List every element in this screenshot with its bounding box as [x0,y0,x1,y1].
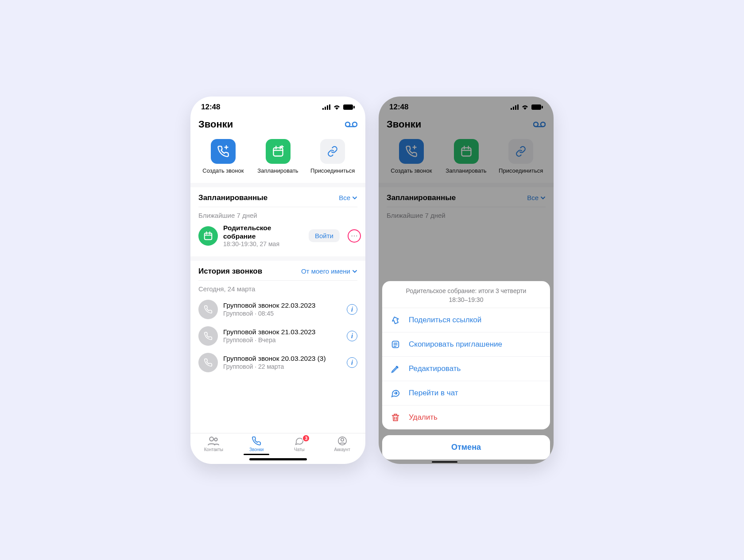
sheet-time: 18:30–19:30 [388,296,545,303]
divider [190,256,365,261]
history-row[interactable]: Групповой звонок 21.03.2023Групповой · В… [190,323,365,349]
plan-label: Запланировать [257,167,298,174]
delete-item[interactable]: Удалить [382,405,550,429]
phone-icon [251,436,262,446]
event-time: 18:30-19:30, 27 мая [223,240,303,248]
copy-icon [390,340,401,349]
info-icon[interactable]: i [347,304,357,315]
row-meta: Групповой · Вчера [223,336,341,344]
battery-icon [343,104,355,110]
plan-action[interactable]: Запланировать [251,139,306,174]
svg-rect-3 [329,104,330,110]
wifi-icon [333,104,341,110]
svg-rect-0 [322,108,324,110]
scheduled-filter[interactable]: Все [339,194,357,201]
copy-invite-item[interactable]: Скопировать приглашение [382,332,550,356]
row-meta: Групповой · 22 марта [223,363,341,371]
row-title: Групповой звонок 21.03.2023 [223,328,341,336]
action-sheet: Родительское собрание: итоги 3 четверти … [382,281,550,429]
event-info: Родительское собрание 18:30-19:30, 27 ма… [223,224,303,248]
event-title: Родительское собрание [223,224,303,241]
phone-right: 12:48 Звонки Создать звонок Запланироват… [379,97,554,464]
status-bar: 12:48 [190,97,365,114]
divider [190,183,365,187]
create-call-action[interactable]: Создать звонок [196,139,251,174]
scheduled-event[interactable]: Родительское собрание 18:30-19:30, 27 ма… [190,223,365,256]
sheet-title: Родительское собрание: итоги 3 четверти [388,287,545,294]
voicemail-icon[interactable] [345,121,357,128]
phone-plus-icon [217,145,229,158]
account-icon [337,436,348,446]
history-filter[interactable]: От моего имени [301,267,357,275]
scheduled-head: Запланированные Все [190,187,365,207]
info-icon[interactable]: i [347,357,357,368]
chevron-down-icon [352,195,357,201]
row-title: Групповой звонок 20.03.2023 (3) [223,354,341,363]
goto-chat-item[interactable]: Перейти в чат [382,381,550,405]
more-button[interactable]: ⋯ [348,229,361,243]
phone-icon [198,326,218,346]
tabbar: Контакты Звонки 3Чаты Аккаунт [190,433,365,456]
chevron-down-icon [352,269,357,274]
tab-chats[interactable]: 3Чаты [278,436,321,455]
row-meta: Групповой · 08:45 [223,310,341,318]
edit-item[interactable]: Редактировать [382,356,550,381]
join-action[interactable]: Присоединиться [305,139,360,174]
chats-badge: 3 [302,434,310,442]
action-tiles: Создать звонок Запланировать Присоединит… [190,135,365,183]
home-indicator [249,458,307,460]
phone-icon [198,300,218,319]
join-button[interactable]: Войти [309,229,340,242]
join-label: Присоединиться [310,167,355,174]
row-title: Групповой звонок 22.03.2023 [223,301,341,309]
tab-calls[interactable]: Звонки [235,436,278,455]
svg-rect-9 [273,147,283,156]
svg-rect-10 [205,233,212,239]
svg-rect-5 [353,106,355,108]
tab-account[interactable]: Аккаунт [321,436,364,455]
pencil-icon [390,364,401,374]
svg-point-7 [353,122,357,127]
share-icon [390,315,401,325]
svg-rect-2 [327,105,328,110]
join-tile[interactable] [320,139,345,164]
svg-point-14 [341,438,343,441]
cancel-button[interactable]: Отмена [382,435,550,460]
share-link-item[interactable]: Поделиться ссылкой [382,308,550,332]
history-row[interactable]: Групповой звонок 22.03.2023Групповой · 0… [190,296,365,323]
svg-rect-4 [343,104,353,110]
page-title: Звонки [198,119,233,130]
tab-contacts[interactable]: Контакты [192,436,235,455]
plan-tile[interactable] [266,139,291,164]
create-call-tile[interactable] [211,139,236,164]
header: Звонки [190,114,365,135]
status-icons [322,104,355,110]
scheduled-title: Запланированные [198,193,267,202]
cellular-icon [322,104,330,110]
info-icon[interactable]: i [347,331,357,341]
chat-arrow-icon [390,388,401,398]
link-icon [327,146,338,157]
history-head: История звонков От моего имени [190,261,365,280]
sheet-header: Родительское собрание: итоги 3 четверти … [382,281,550,308]
contacts-icon [208,436,219,446]
history-day: Сегодня, 24 марта [190,281,365,296]
phone-left: 12:48 Звонки Создать звонок Запланироват… [190,97,365,464]
svg-point-6 [345,122,350,127]
calendar-icon [198,226,218,246]
history-row[interactable]: Групповой звонок 20.03.2023 (3)Групповой… [190,349,365,376]
scheduled-range: Ближайшие 7 дней [190,207,365,223]
trash-icon [390,413,401,422]
calendar-plus-icon [272,145,284,158]
phone-icon [198,353,218,372]
svg-point-11 [210,437,214,441]
create-call-label: Создать звонок [202,167,244,174]
status-time: 12:48 [201,103,220,112]
canvas: 12:48 Звонки Создать звонок Запланироват… [92,63,652,497]
svg-point-12 [215,438,218,441]
svg-rect-1 [325,107,326,110]
history-title: История звонков [198,267,262,276]
